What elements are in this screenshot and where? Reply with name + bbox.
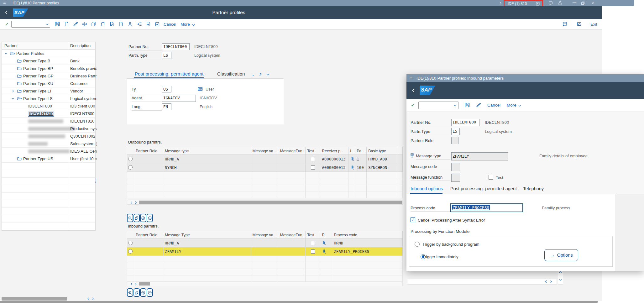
inbound-hscrollbar-thumb[interactable]: [139, 282, 150, 286]
trigger-background-radio[interactable]: [415, 242, 420, 247]
tree-node-label[interactable]: Partner Profiles: [16, 51, 45, 56]
outbound-row[interactable]: HRMD_AA0000000131HRMD_A09: [127, 155, 403, 163]
more-menu-button[interactable]: More: [181, 22, 190, 27]
partner-no-field[interactable]: IDECLNT800: [451, 119, 479, 126]
tree-row[interactable]: Partner Profiles: [2, 50, 95, 57]
agent-field[interactable]: IGNATOV: [162, 95, 196, 102]
tree-row[interactable]: ID3CLNT800ID3 client 800: [2, 102, 95, 110]
outbound-hscrollbar[interactable]: [127, 200, 403, 205]
inbound-scroll-right-icon[interactable]: [134, 282, 138, 286]
redacted-tree-node[interactable]: [28, 149, 70, 153]
tab-post-processing[interactable]: Post processing: permitted agent: [450, 186, 517, 191]
minimize-button[interactable]: —: [573, 0, 576, 5]
new-session-window-icon[interactable]: [576, 21, 582, 27]
back-icon[interactable]: [4, 10, 8, 15]
message-type-cell[interactable]: HRMD_A: [163, 155, 251, 163]
expand-node-icon[interactable]: [11, 89, 15, 93]
copy-rows-button[interactable]: [134, 288, 140, 297]
search-button[interactable]: [127, 214, 133, 222]
tree-node-label[interactable]: Partner Type KU: [23, 81, 53, 86]
system-tray-chevron-icon[interactable]: [499, 2, 502, 5]
tree-node-label[interactable]: IDECLNT800: [28, 111, 54, 117]
tree-row[interactable]: Partner Type LSLogical system: [2, 95, 95, 102]
restore-button[interactable]: [580, 1, 585, 6]
session-icon[interactable]: [535, 1, 540, 6]
basic-type-cell[interactable]: HRMD_A09: [367, 155, 398, 163]
search-button[interactable]: [127, 288, 133, 297]
partn-type-field[interactable]: LS: [162, 52, 171, 59]
outbound-column-header[interactable]: [127, 147, 134, 155]
message-type-field[interactable]: ZFAMILY: [451, 152, 508, 160]
pa-cell[interactable]: 1: [355, 155, 367, 163]
back-icon[interactable]: [411, 88, 416, 93]
redacted-tree-node[interactable]: [28, 142, 48, 146]
save-icon[interactable]: [55, 21, 60, 27]
outbound-column-header[interactable]: Receiver p...: [320, 147, 348, 155]
tree-row[interactable]: IDECLNT800IDECLNT800: [2, 110, 95, 118]
tree-node-label[interactable]: Partner Type B: [23, 59, 50, 63]
inbound-row-highlighted[interactable]: ZFAMILYZFAMILY_PROCESS: [127, 247, 403, 256]
more-chevron-icon[interactable]: [518, 104, 521, 107]
outbound-column-header[interactable]: Pa...: [355, 147, 367, 155]
tree-node-label[interactable]: Partner Type GP: [23, 74, 54, 78]
tree-hscrollbar-thumb[interactable]: [2, 297, 67, 301]
outbound-scroll-left-icon[interactable]: [130, 201, 133, 204]
row-select-radio[interactable]: [128, 249, 133, 254]
message-type-cell[interactable]: SYNCH: [163, 163, 251, 171]
outbound-column-header[interactable]: MessageFun...: [278, 147, 306, 155]
tree-node-label[interactable]: Partner Type LS: [23, 96, 53, 101]
row-select-radio[interactable]: [128, 165, 133, 170]
exit-button[interactable]: Exit: [590, 22, 597, 27]
edit-icon[interactable]: [109, 21, 115, 27]
outbound-column-header[interactable]: I...: [348, 147, 355, 155]
tree-node-label[interactable]: Partner Type BP: [23, 66, 53, 71]
collapse-node-icon[interactable]: [4, 52, 8, 55]
tree-row[interactable]: Partner Type BPBenefits provider: [2, 65, 95, 72]
outbound-column-header[interactable]: Test: [306, 147, 320, 155]
message-function-field[interactable]: [451, 174, 460, 182]
outbound-hscrollbar-thumb[interactable]: [139, 201, 402, 204]
save-icon[interactable]: [464, 102, 470, 108]
inbound-column-header[interactable]: Message va...: [251, 231, 279, 238]
outbound-column-header[interactable]: Message va...: [251, 147, 279, 155]
tab-scroll-right-icon[interactable]: [258, 72, 263, 76]
outbound-column-header[interactable]: Partner Role: [134, 147, 163, 155]
process-code-cell[interactable]: HRMD: [332, 239, 403, 247]
screen-scroll-left-icon[interactable]: [544, 280, 548, 283]
inbound-hscrollbar[interactable]: [127, 281, 403, 286]
inbound-column-header[interactable]: Partner Role: [134, 231, 163, 238]
inbound-column-header[interactable]: P..: [320, 231, 332, 238]
redacted-tree-node[interactable]: [28, 127, 75, 131]
test-checkbox[interactable]: [311, 249, 315, 254]
inbound-row[interactable]: HRMD_AHRMD: [127, 239, 403, 247]
inbound-scroll-left-icon[interactable]: [130, 282, 133, 286]
close-button[interactable]: ×: [591, 1, 594, 6]
to-list-icon[interactable]: [136, 21, 142, 27]
inbound-column-header[interactable]: [127, 231, 134, 238]
tree-row[interactable]: IDES ALE Central: [2, 148, 95, 155]
copy-rows-button[interactable]: [134, 214, 140, 222]
row-select-radio[interactable]: [128, 157, 133, 161]
tab-overflow-dots[interactable]: ..: [251, 71, 254, 76]
enter-check-icon[interactable]: ✓: [411, 102, 415, 108]
combobox-dropdown-icon[interactable]: [45, 23, 49, 26]
hamburger-menu-icon[interactable]: ≡: [410, 75, 412, 81]
insert-row-button[interactable]: [140, 214, 146, 222]
tree-row[interactable]: Partner Type BBank: [2, 57, 95, 65]
test-checkbox[interactable]: [489, 175, 493, 180]
tab-classification[interactable]: Classification: [217, 71, 245, 76]
outbound-row[interactable]: SYNCHA000000013100SYNCHRON: [127, 163, 403, 172]
feedback-icon[interactable]: [548, 1, 553, 6]
tab-list-dropdown-icon[interactable]: [266, 72, 270, 77]
display-change-icon[interactable]: [73, 21, 78, 27]
inbound-column-header[interactable]: Test: [306, 231, 320, 238]
tree-scroll-right-icon[interactable]: [91, 297, 95, 301]
tree-node-label[interactable]: Partner Type LI: [23, 89, 51, 93]
tree-row[interactable]: IDECLNT810: [2, 118, 95, 125]
display-change-icon[interactable]: [476, 102, 481, 108]
tree-column-description[interactable]: Description: [70, 43, 91, 48]
tree-row[interactable]: Partner Type GPBusiness Partner: [2, 72, 95, 80]
receiver-cell[interactable]: A000000013: [320, 163, 348, 171]
redacted-tree-node[interactable]: [28, 119, 63, 123]
outbound-column-header[interactable]: Message type: [163, 147, 251, 155]
